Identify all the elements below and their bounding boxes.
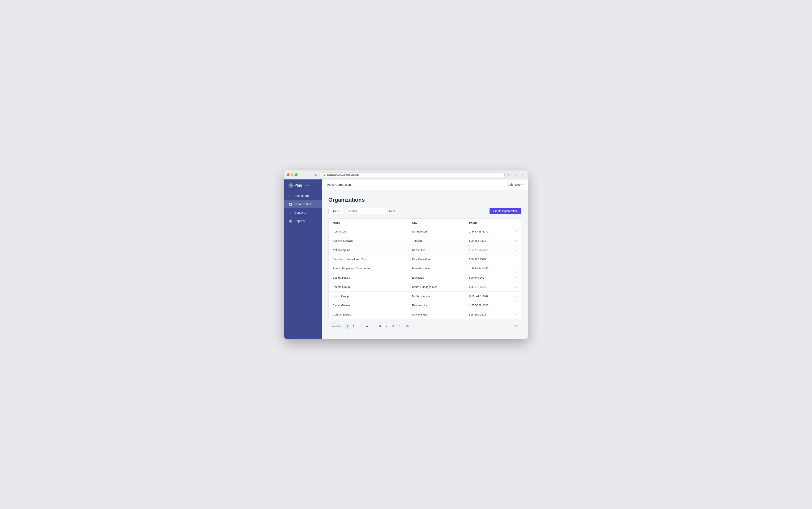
page-number-button[interactable]: 9 <box>397 324 402 329</box>
sidebar-item-label: Contacts <box>294 211 306 214</box>
sidebar-logo: ⟳ Ping CRM <box>284 179 322 192</box>
row-chevron-icon: › <box>512 245 521 254</box>
previous-button[interactable]: Previous <box>329 324 343 329</box>
row-chevron-icon: › <box>512 227 521 236</box>
table-row[interactable]: Ankunding Inc New Julien 1-877-958-5131 … <box>329 245 521 254</box>
browser-refresh-button[interactable]: ↻ <box>506 173 512 177</box>
browser-tab-toggle[interactable]: ⊡ <box>313 173 319 177</box>
sidebar: ⟳ Ping CRM ⊙ Dashboard ▦ Organizations 👤… <box>284 179 322 339</box>
page-number-button[interactable]: 10 <box>404 324 411 329</box>
minimize-button[interactable] <box>291 173 293 176</box>
page-number-button[interactable]: 8 <box>390 324 396 329</box>
pagination-left: Previous 12345678910 <box>329 324 411 329</box>
fullscreen-button[interactable] <box>295 173 298 176</box>
logo-text: Ping <box>294 183 302 188</box>
page-number-button[interactable]: 1 <box>345 324 350 329</box>
close-button[interactable] <box>287 173 289 176</box>
next-button[interactable]: Next <box>511 324 522 329</box>
logo-crm: CRM <box>303 184 309 187</box>
cell-phone: (800) 417-6378 <box>465 292 512 301</box>
table-row[interactable]: Abshire Ltd North Alison 1-844-458-8272 … <box>329 227 521 236</box>
main-content: Acme Corporation John Doe ▾ Organization… <box>322 179 528 339</box>
cell-name: Conroy-Brakus <box>329 310 408 319</box>
cell-name: Blanda-Hayes <box>329 273 408 282</box>
page-number-button[interactable]: 5 <box>371 324 376 329</box>
page-number-button[interactable]: 7 <box>384 324 389 329</box>
share-button[interactable]: ⎙ <box>513 173 519 177</box>
page-title: Organizations <box>329 197 522 203</box>
cell-name: Ankunding Inc <box>329 245 408 254</box>
new-tab-button[interactable]: + <box>520 173 525 177</box>
browser-back-button[interactable]: ‹ <box>300 173 306 177</box>
browser-window: ‹ › ⊡ 🔒 localhost:8000/organizations ↻ ⎙… <box>284 170 528 339</box>
organizations-table-container: Name City Phone Abshire Ltd North Alison… <box>329 218 522 319</box>
cell-city: Erwinstad <box>408 273 465 282</box>
cell-city: East Deltashire <box>408 254 465 264</box>
app-layout: ⟳ Ping CRM ⊙ Dashboard ▦ Organizations 👤… <box>284 179 528 339</box>
row-chevron-icon: › <box>512 292 521 301</box>
page-header: Organizations <box>329 197 522 203</box>
table-row[interactable]: Bosco Group North Gonzalo (800) 417-6378… <box>329 292 521 301</box>
sidebar-item-organizations[interactable]: ▦ Organizations <box>284 200 322 208</box>
cell-city: Reichelshire <box>408 301 465 310</box>
table-row[interactable]: Cassin-Bernier Reichelshire 1-855-528-26… <box>329 301 521 310</box>
topbar: Acme Corporation John Doe ▾ <box>322 179 528 190</box>
row-chevron-icon: › <box>512 273 521 282</box>
sidebar-item-dashboard[interactable]: ⊙ Dashboard <box>284 192 322 200</box>
cell-name: Bauch, Rippin and Oberbrunner <box>329 264 408 273</box>
page-number-button[interactable]: 6 <box>377 324 383 329</box>
table-header: Name City Phone <box>329 219 521 227</box>
reset-button[interactable]: Reset <box>389 209 396 212</box>
cell-name: Abshire Ltd <box>329 227 408 236</box>
page-number-button[interactable]: 3 <box>357 324 363 329</box>
sidebar-item-reports[interactable]: 📋 Reports <box>284 217 322 225</box>
page-numbers: 12345678910 <box>345 324 411 329</box>
cell-phone: 1-877-958-5131 <box>465 245 512 254</box>
organizations-table: Name City Phone Abshire Ltd North Alison… <box>329 219 521 319</box>
table-row[interactable]: Bauch, Rippin and Oberbrunner Bernadinem… <box>329 264 521 273</box>
pagination: Previous 12345678910 Next <box>329 324 522 329</box>
sidebar-item-contacts[interactable]: 👤 Contacts <box>284 208 322 217</box>
row-chevron-icon: › <box>512 301 521 310</box>
page-number-button[interactable]: 4 <box>364 324 370 329</box>
cell-phone: 855-813-9593 <box>465 282 512 292</box>
column-header-city: City <box>408 219 465 227</box>
cell-phone: 1-855-528-2603 <box>465 301 512 310</box>
toolbar: Filter ▾ Reset Create Organization <box>329 208 522 214</box>
table-row[interactable]: Abshire-Sawayn Thielton 800-855-7629 › <box>329 236 521 245</box>
cell-city: North Gonzalo <box>408 292 465 301</box>
filter-label: Filter <box>332 209 338 212</box>
create-organization-button[interactable]: Create Organization <box>490 208 522 214</box>
contacts-icon: 👤 <box>288 211 292 214</box>
table-row[interactable]: Conroy-Brakus New Randall 866-599-1623 › <box>329 310 521 319</box>
topbar-company: Acme Corporation <box>327 183 351 186</box>
user-menu[interactable]: John Doe ▾ <box>508 183 523 186</box>
column-header-name: Name <box>329 219 408 227</box>
cell-city: Thielton <box>408 236 465 245</box>
logo-icon: ⟳ <box>288 183 293 188</box>
search-input[interactable] <box>345 208 387 214</box>
cell-phone: 866-599-1623 <box>465 310 512 319</box>
cell-phone: 1-844-458-8272 <box>465 227 512 236</box>
cell-name: Bosco Group <box>329 292 408 301</box>
cell-city: North Alison <box>408 227 465 236</box>
browser-nav-buttons: ‹ › <box>300 173 312 177</box>
table-row[interactable]: Blanda-Hayes Erwinstad 800.640.8687 › <box>329 273 521 282</box>
row-chevron-icon: › <box>512 282 521 292</box>
page-number-button[interactable]: 2 <box>351 324 357 329</box>
filter-button[interactable]: Filter ▾ <box>329 208 343 214</box>
cell-city: South Eldridgehaven <box>408 282 465 292</box>
sidebar-item-label: Organizations <box>294 203 312 206</box>
cell-name: Boehm Group <box>329 282 408 292</box>
lock-icon: 🔒 <box>323 173 326 176</box>
browser-chrome: ‹ › ⊡ 🔒 localhost:8000/organizations ↻ ⎙… <box>284 170 528 179</box>
table-row[interactable]: Boehm Group South Eldridgehaven 855-813-… <box>329 282 521 292</box>
browser-forward-button[interactable]: › <box>306 173 312 177</box>
table-row[interactable]: Bashirian, Hackett and Yost East Deltash… <box>329 254 521 264</box>
table-body: Abshire Ltd North Alison 1-844-458-8272 … <box>329 227 521 319</box>
cell-phone: 800-855-7629 <box>465 236 512 245</box>
traffic-lights <box>287 173 298 176</box>
cell-phone: 800.972.4573 <box>465 254 512 264</box>
cell-city: New Julien <box>408 245 465 254</box>
cell-phone: 800.640.8687 <box>465 273 512 282</box>
